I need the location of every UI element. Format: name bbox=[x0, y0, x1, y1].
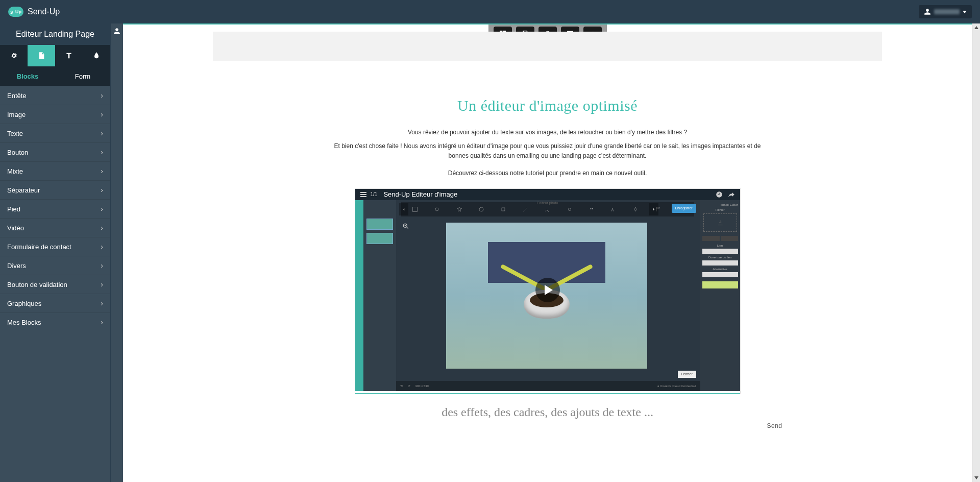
user-icon bbox=[924, 8, 931, 15]
user-menu[interactable] bbox=[919, 5, 972, 18]
editor-save-button: Enregistrer bbox=[672, 204, 696, 213]
chevron-right-icon: › bbox=[101, 186, 103, 194]
menu-item-divers[interactable]: Divers› bbox=[0, 256, 110, 275]
brand-text: Send-Up bbox=[28, 7, 60, 16]
chevron-right-icon: › bbox=[101, 167, 103, 175]
editor-right-panel: Image Editor Fichier Lien Ouverture du l… bbox=[700, 200, 740, 391]
video-counter: 1/1 bbox=[371, 191, 378, 197]
subtab-blocks[interactable]: Blocks bbox=[0, 66, 55, 86]
editor-zoom-icon bbox=[402, 223, 409, 232]
svg-rect-2 bbox=[502, 208, 505, 211]
chevron-right-icon: › bbox=[101, 299, 103, 307]
brand-logo bbox=[8, 7, 23, 17]
page-icon bbox=[37, 52, 45, 60]
canvas-top-border bbox=[123, 23, 972, 32]
user-icon bbox=[113, 28, 120, 35]
chevron-right-icon: › bbox=[101, 318, 103, 326]
topbar: Send-Up bbox=[0, 0, 980, 23]
gear-icon bbox=[10, 52, 18, 60]
chevron-right-icon: › bbox=[101, 205, 103, 213]
subtab-form[interactable]: Form bbox=[55, 66, 110, 86]
video-embed: 1/1 Send-Up Editeur d'image Editeur phot… bbox=[355, 188, 741, 394]
menu-item-mixte[interactable]: Mixte› bbox=[0, 161, 110, 180]
video-title: Send-Up Editeur d'image bbox=[383, 190, 457, 198]
chevron-right-icon: › bbox=[101, 243, 103, 251]
sidebar-menu: Entête› Image› Texte› Bouton› Mixte› Sép… bbox=[0, 86, 110, 331]
content-block: Un éditeur d'image optimisé Vous rêviez … bbox=[308, 97, 788, 429]
play-button[interactable] bbox=[535, 278, 560, 302]
chevron-right-icon: › bbox=[101, 110, 103, 118]
chevron-right-icon: › bbox=[101, 280, 103, 288]
footer-brand: Send bbox=[308, 419, 788, 429]
scroll-up-arrow[interactable] bbox=[972, 23, 980, 32]
menu-item-pied[interactable]: Pied› bbox=[0, 199, 110, 218]
menu-item-mesblocks[interactable]: Mes Blocks› bbox=[0, 312, 110, 331]
chevron-right-icon: › bbox=[101, 91, 103, 100]
chevron-right-icon: › bbox=[101, 261, 103, 270]
svg-point-5 bbox=[592, 208, 593, 209]
video-topbar: 1/1 Send-Up Editeur d'image bbox=[355, 189, 740, 200]
content-paragraph-1: Vous rêviez de pouvoir ajouter du texte … bbox=[328, 128, 767, 137]
sidebar-title: Editeur Landing Page bbox=[0, 23, 110, 45]
brand: Send-Up bbox=[8, 7, 60, 17]
share-icon[interactable] bbox=[728, 191, 735, 198]
canvas-area: Un éditeur d'image optimisé Vous rêviez … bbox=[123, 23, 972, 482]
tool-tab-theme[interactable] bbox=[83, 45, 110, 66]
chevron-right-icon: › bbox=[101, 148, 103, 156]
user-name-blurred bbox=[934, 9, 960, 14]
chevron-right-icon: › bbox=[101, 224, 103, 232]
menu-item-graphiques[interactable]: Graphiques› bbox=[0, 294, 110, 312]
tool-tab-text[interactable] bbox=[55, 45, 83, 66]
content-paragraph-3: Découvrez ci-dessous notre tutoriel pour… bbox=[328, 168, 767, 178]
menu-item-entete[interactable]: Entête› bbox=[0, 86, 110, 105]
menu-item-image[interactable]: Image› bbox=[0, 105, 110, 124]
gray-band-placeholder bbox=[213, 32, 882, 61]
watch-later-icon[interactable] bbox=[716, 191, 723, 198]
profile-tab[interactable] bbox=[110, 23, 123, 482]
svg-point-1 bbox=[479, 207, 483, 211]
menu-item-texte[interactable]: Texte› bbox=[0, 124, 110, 142]
svg-point-4 bbox=[590, 208, 591, 209]
editor-close-button: Fermer bbox=[678, 371, 696, 378]
content-paragraph-2: Et bien c'est chose faite ! Nous avons i… bbox=[328, 141, 767, 161]
svg-point-3 bbox=[568, 208, 571, 210]
tool-tab-settings[interactable] bbox=[0, 45, 28, 66]
playlist-icon[interactable] bbox=[360, 192, 366, 197]
menu-item-validation[interactable]: Bouton de validation› bbox=[0, 275, 110, 294]
main-scrollbar[interactable] bbox=[972, 23, 980, 482]
menu-item-separateur[interactable]: Séparateur› bbox=[0, 180, 110, 199]
menu-item-video[interactable]: Vidéo› bbox=[0, 218, 110, 237]
caret-down-icon bbox=[963, 11, 967, 13]
editor-nav-right bbox=[649, 203, 658, 215]
tool-tab-page[interactable] bbox=[28, 45, 55, 66]
menu-item-formulaire[interactable]: Formulaire de contact› bbox=[0, 237, 110, 256]
chevron-right-icon: › bbox=[101, 129, 103, 137]
text-icon bbox=[65, 52, 73, 60]
droplet-icon bbox=[92, 52, 101, 60]
svg-point-0 bbox=[435, 208, 438, 211]
scroll-down-arrow[interactable] bbox=[972, 474, 980, 482]
sidebar: Editeur Landing Page Blocks Form Entête›… bbox=[0, 23, 110, 482]
sidebar-subtabs: Blocks Form bbox=[0, 66, 110, 86]
tool-tabs bbox=[0, 45, 110, 66]
content-heading: Un éditeur d'image optimisé bbox=[308, 97, 788, 114]
menu-item-bouton[interactable]: Bouton› bbox=[0, 142, 110, 161]
content-tagline: des effets, des cadres, des ajouts de te… bbox=[308, 405, 788, 419]
